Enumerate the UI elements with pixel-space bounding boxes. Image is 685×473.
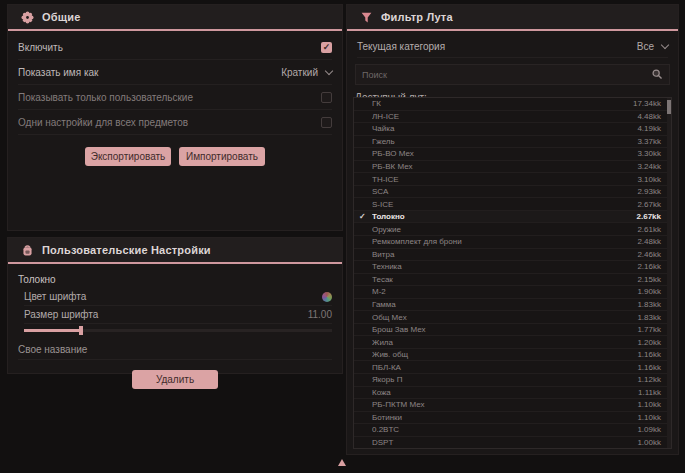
loot-item-name: Якорь П: [372, 375, 629, 384]
category-select[interactable]: Все: [637, 41, 668, 52]
loot-row[interactable]: ✓Толокно2.67kk: [354, 211, 671, 224]
loot-row[interactable]: Чайка4.19kk: [354, 123, 671, 136]
loot-item-name: Общ Мех: [372, 313, 629, 322]
loot-item-name: Гамма: [372, 300, 629, 309]
loot-item-value: 4.19kk: [637, 124, 661, 133]
loot-row[interactable]: ПБЛ-КА1.16kk: [354, 361, 671, 374]
loot-row[interactable]: М-21.90kk: [354, 286, 671, 299]
loot-row[interactable]: Витра2.46kk: [354, 249, 671, 262]
setting-label: Показать имя как: [18, 67, 98, 78]
loot-row[interactable]: SCA2.93kk: [354, 186, 671, 199]
loot-item-name: Кожа: [372, 388, 630, 397]
setting-row-enable: Включить ✓: [18, 35, 332, 60]
loot-item-value: 2.16kk: [637, 262, 661, 271]
loot-row[interactable]: Техника2.16kk: [354, 261, 671, 274]
loot-item-value: 1.16kk: [637, 363, 661, 372]
loot-item-name: DSPT: [372, 438, 629, 447]
only-custom-checkbox[interactable]: [321, 92, 332, 103]
same-settings-checkbox[interactable]: [321, 117, 332, 128]
loot-item-name: Техника: [372, 262, 629, 271]
loot-row[interactable]: ЛН-ICE4.48kk: [354, 111, 671, 124]
import-button[interactable]: Импортировать: [179, 147, 265, 166]
loot-row[interactable]: S-ICE2.67kk: [354, 198, 671, 211]
loot-item-value: 1.09kk: [637, 425, 661, 434]
slider-thumb[interactable]: [79, 326, 83, 335]
check-icon: ✓: [359, 212, 366, 221]
setting-label: Одни настройки для всех предметов: [18, 117, 188, 128]
font-size-slider[interactable]: [24, 329, 332, 332]
general-panel: Общие Включить ✓ Показать имя как Кратки…: [7, 4, 343, 231]
loot-row[interactable]: Оружие2.61kk: [354, 223, 671, 236]
delete-button[interactable]: Удалить: [132, 370, 218, 389]
export-button[interactable]: Экспортировать: [85, 147, 171, 166]
scrollbar[interactable]: [667, 98, 671, 448]
loot-item-value: 3.24kk: [637, 162, 661, 171]
loot-row[interactable]: Ремкомплект для брони2.48kk: [354, 236, 671, 249]
search-box: [355, 64, 670, 85]
custom-name-input[interactable]: [18, 341, 332, 359]
import-export-row: Экспортировать Импортировать: [8, 147, 342, 166]
setting-label: Показывать только пользовательские: [18, 92, 193, 103]
loot-filter-panel: Фильтр Лута Текущая категория Все Доступ…: [346, 4, 679, 455]
loot-item-value: 3.30kk: [637, 149, 661, 158]
loot-row[interactable]: РБ-ВО Мех3.30kk: [354, 148, 671, 161]
loot-item-value: 1.16kk: [637, 350, 661, 359]
loot-row[interactable]: DSPT1.00kk: [354, 437, 671, 449]
loot-item-name: 0.2BTC: [372, 425, 629, 434]
loot-item-name: РБ-ВК Мех: [372, 162, 629, 171]
loot-row[interactable]: Жив. общ1.16kk: [354, 349, 671, 362]
loot-item-name: Жила: [372, 338, 629, 347]
loot-item-value: 1.10kk: [637, 400, 661, 409]
loot-row[interactable]: Ботинки1.10kk: [354, 412, 671, 425]
loot-item-name: Тесак: [372, 275, 629, 284]
loot-item-value: 2.93kk: [637, 187, 661, 196]
scrollbar-thumb[interactable]: [667, 100, 671, 114]
resize-handle-icon[interactable]: [338, 459, 346, 466]
category-label: Текущая категория: [357, 41, 445, 52]
setting-row-name-display: Показать имя как Краткий: [18, 60, 332, 85]
loot-item-name: Ремкомплект для брони: [372, 237, 629, 246]
category-row: Текущая категория Все: [357, 35, 668, 58]
font-color-label: Цвет шрифта: [24, 291, 86, 302]
font-color-row[interactable]: Цвет шрифта: [24, 288, 332, 306]
loot-item-name: ЛН-ICE: [372, 112, 629, 121]
loot-row[interactable]: Жила1.20kk: [354, 336, 671, 349]
loot-item-value: 2.67kk: [637, 212, 661, 221]
color-wheel-icon[interactable]: [322, 292, 332, 302]
loot-row[interactable]: РБ-ПКТМ Мех1.10kk: [354, 399, 671, 412]
loot-row[interactable]: Общ Мех1.83kk: [354, 311, 671, 324]
setting-row-only-custom: Показывать только пользовательские: [18, 85, 332, 110]
user-settings-panel: Пользовательские Настройки Толокно Цвет …: [7, 237, 343, 374]
loot-item-value: 1.90kk: [637, 287, 661, 296]
enable-checkbox[interactable]: ✓: [321, 42, 332, 53]
loot-row[interactable]: 0.2BTC1.09kk: [354, 424, 671, 437]
loot-row[interactable]: Якорь П1.12kk: [354, 374, 671, 387]
loot-row[interactable]: Тесак2.15kk: [354, 274, 671, 287]
loot-row[interactable]: Гжель3.37kk: [354, 136, 671, 149]
loot-item-value: 17.34kk: [633, 99, 661, 108]
loot-row[interactable]: ГК17.34kk: [354, 98, 671, 111]
loot-item-value: 2.48kk: [637, 237, 661, 246]
loot-filter-header: Фильтр Лута: [347, 5, 678, 31]
loot-row[interactable]: Брош Зав Мех1.77kk: [354, 324, 671, 337]
name-display-select[interactable]: Краткий: [281, 67, 332, 78]
category-value: Все: [637, 41, 654, 52]
search-icon[interactable]: [651, 66, 663, 84]
loot-row[interactable]: Гамма1.83kk: [354, 299, 671, 312]
loot-item-value: 1.83kk: [637, 313, 661, 322]
loot-item-name: Чайка: [372, 124, 629, 133]
loot-row[interactable]: РБ-ВК Мех3.24kk: [354, 161, 671, 174]
loot-row[interactable]: Кожа1.11kk: [354, 387, 671, 400]
custom-name-field-wrap: [18, 339, 332, 360]
loot-item-value: 3.37kk: [637, 137, 661, 146]
loot-filter-title: Фильтр Лута: [381, 11, 453, 23]
font-size-value: 11.00: [308, 309, 332, 320]
loot-row[interactable]: ТН-ICE3.10kk: [354, 173, 671, 186]
loot-item-value: 2.61kk: [637, 225, 661, 234]
search-input[interactable]: [362, 70, 645, 80]
loot-item-value: 2.15kk: [637, 275, 661, 284]
font-size-label: Размер шрифта: [24, 309, 98, 320]
loot-item-name: Жив. общ: [372, 350, 629, 359]
loot-item-name: Витра: [372, 250, 629, 259]
loot-item-name: Ботинки: [372, 413, 629, 422]
